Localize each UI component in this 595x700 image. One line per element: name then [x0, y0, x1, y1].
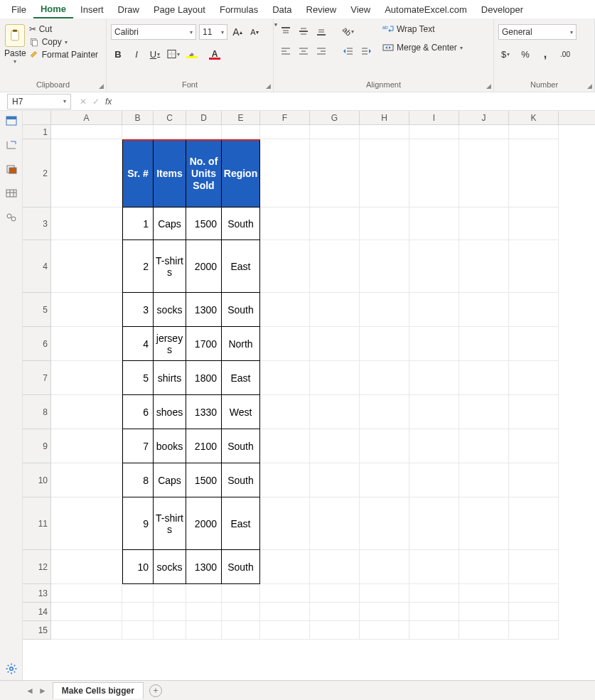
comma-format-button[interactable]: , [538, 47, 552, 61]
cell-F15[interactable] [260, 621, 310, 640]
cell-H8[interactable] [360, 395, 409, 429]
cell-I11[interactable] [409, 497, 459, 550]
cell-A9[interactable] [51, 429, 122, 463]
cell-K14[interactable] [509, 603, 559, 621]
cell-F13[interactable] [260, 584, 310, 603]
cell-G2[interactable] [310, 139, 360, 208]
italic-button[interactable]: I [129, 47, 144, 61]
cell-A1[interactable] [51, 125, 122, 139]
cell-D5[interactable]: 1300 [186, 293, 222, 327]
cell-F1[interactable] [260, 125, 310, 139]
cell-J7[interactable] [459, 361, 509, 395]
cell-C1[interactable] [154, 125, 186, 139]
cell-A10[interactable] [51, 463, 122, 497]
cell-I14[interactable] [409, 603, 459, 621]
cell-G9[interactable] [310, 429, 360, 463]
cell-I8[interactable] [409, 395, 459, 429]
cell-I4[interactable] [409, 240, 459, 293]
align-bottom-button[interactable] [313, 24, 329, 38]
cell-A4[interactable] [51, 240, 122, 293]
cell-A2[interactable] [51, 139, 122, 208]
cell-G1[interactable] [310, 125, 360, 139]
tab-file[interactable]: File [4, 1, 33, 18]
cell-F9[interactable] [260, 429, 310, 463]
cell-E2[interactable]: Region [222, 139, 260, 208]
settings-gear-icon[interactable] [5, 663, 18, 674]
col-header-F[interactable]: F [260, 111, 310, 124]
cell-K2[interactable] [509, 139, 559, 208]
row-header-6[interactable]: 6 [23, 327, 51, 361]
cell-B14[interactable] [122, 603, 154, 621]
alignment-dialog-launcher[interactable]: ◢ [486, 82, 491, 90]
cell-B9[interactable]: 7 [122, 429, 154, 463]
wrap-text-button[interactable]: abWrap Text [382, 24, 463, 34]
cell-I2[interactable] [409, 139, 459, 208]
tab-data[interactable]: Data [265, 1, 299, 18]
font-size-select[interactable]: 11▾ [199, 24, 227, 40]
cell-B12[interactable]: 10 [122, 550, 154, 584]
cell-F10[interactable] [260, 463, 310, 497]
cell-A7[interactable] [51, 361, 122, 395]
cell-A13[interactable] [51, 584, 122, 603]
cell-K11[interactable] [509, 497, 559, 550]
underline-button[interactable]: U▾ [148, 47, 162, 61]
cell-D4[interactable]: 2000 [186, 240, 222, 293]
cell-D3[interactable]: 1500 [186, 208, 222, 240]
cell-D12[interactable]: 1300 [186, 550, 222, 584]
side-icon-1[interactable] [5, 115, 18, 126]
cell-D9[interactable]: 2100 [186, 429, 222, 463]
cell-H13[interactable] [360, 584, 409, 603]
row-header-5[interactable]: 5 [23, 293, 51, 327]
cell-B5[interactable]: 3 [122, 293, 154, 327]
cell-A11[interactable] [51, 497, 122, 550]
accounting-format-button[interactable]: $▾ [498, 47, 513, 61]
cell-D6[interactable]: 1700 [186, 327, 222, 361]
align-left-button[interactable] [278, 44, 294, 58]
cell-F2[interactable] [260, 139, 310, 208]
name-box[interactable]: H7▾ [7, 94, 71, 109]
cell-C2[interactable]: Items [154, 139, 186, 208]
cell-E12[interactable]: South [222, 550, 260, 584]
cell-K3[interactable] [509, 208, 559, 240]
cell-A8[interactable] [51, 395, 122, 429]
cell-F3[interactable] [260, 208, 310, 240]
cell-E5[interactable]: South [222, 293, 260, 327]
copy-button[interactable]: Copy▾ [29, 37, 98, 47]
formula-bar[interactable] [117, 94, 595, 109]
cell-I10[interactable] [409, 463, 459, 497]
cell-G13[interactable] [310, 584, 360, 603]
side-icon-4[interactable] [5, 188, 18, 199]
cell-I15[interactable] [409, 621, 459, 640]
increase-decimal-button[interactable]: .00 [558, 47, 572, 61]
cell-D14[interactable] [186, 603, 222, 621]
row-header-14[interactable]: 14 [23, 603, 51, 621]
paste-button[interactable]: Paste [4, 48, 26, 58]
cell-C4[interactable]: T-shirts [154, 240, 186, 293]
cell-H12[interactable] [360, 550, 409, 584]
cell-G7[interactable] [310, 361, 360, 395]
cell-J11[interactable] [459, 497, 509, 550]
cell-B15[interactable] [122, 621, 154, 640]
col-header-H[interactable]: H [360, 111, 409, 124]
cell-A15[interactable] [51, 621, 122, 640]
cell-C9[interactable]: books [154, 429, 186, 463]
row-header-1[interactable]: 1 [23, 125, 51, 139]
tab-review[interactable]: Review [299, 1, 344, 18]
cell-G10[interactable] [310, 463, 360, 497]
cell-K6[interactable] [509, 327, 559, 361]
row-header-8[interactable]: 8 [23, 395, 51, 429]
cell-D10[interactable]: 1500 [186, 463, 222, 497]
cell-I13[interactable] [409, 584, 459, 603]
cell-K9[interactable] [509, 429, 559, 463]
enter-formula-icon[interactable]: ✓ [92, 97, 100, 107]
cell-C7[interactable]: shirts [154, 361, 186, 395]
cell-C14[interactable] [154, 603, 186, 621]
cell-H6[interactable] [360, 327, 409, 361]
cell-F7[interactable] [260, 361, 310, 395]
align-top-button[interactable] [278, 24, 294, 38]
cell-J5[interactable] [459, 293, 509, 327]
cell-E10[interactable]: South [222, 463, 260, 497]
cell-D11[interactable]: 2000 [186, 497, 222, 550]
font-name-select[interactable]: Calibri▾ [111, 24, 196, 40]
cell-A5[interactable] [51, 293, 122, 327]
